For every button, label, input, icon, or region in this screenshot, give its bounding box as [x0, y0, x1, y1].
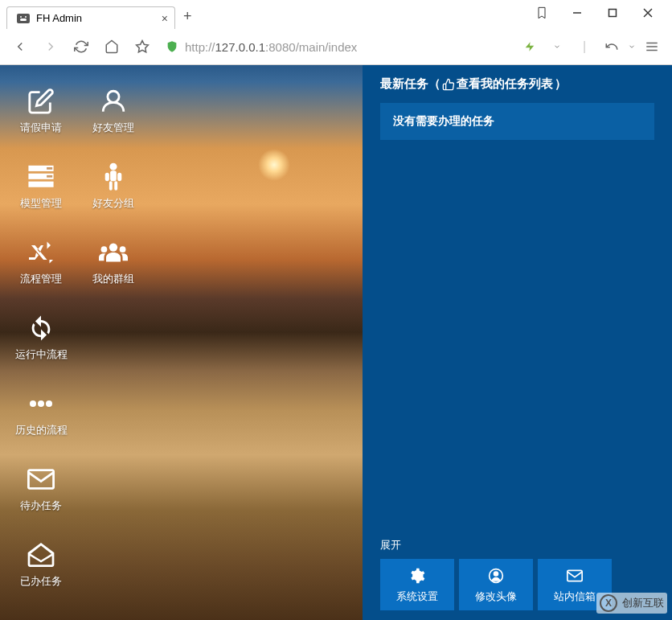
svg-marker-8: [526, 42, 535, 51]
grid-item-label: 好友分组: [92, 196, 134, 211]
dots-icon: [27, 389, 55, 418]
envelope-open-icon: [27, 540, 55, 569]
grid-item-done-tasks[interactable]: 已办任务: [5, 528, 77, 601]
grid-item-my-groups[interactable]: 我的群组: [77, 226, 150, 298]
task-list-link[interactable]: 查看我的任务列表: [457, 76, 553, 92]
home-button[interactable]: [100, 35, 124, 59]
window-minimize-button[interactable]: [564, 3, 590, 23]
svg-rect-16: [47, 167, 52, 170]
user-circle-icon: [487, 567, 505, 585]
grid-item-label: 历史的流程: [15, 423, 68, 437]
envelope-icon: [27, 465, 55, 494]
watermark: X 创新互联: [596, 593, 667, 614]
svg-rect-15: [28, 182, 53, 187]
grid-item-process-manage[interactable]: 流程管理: [5, 226, 77, 298]
svg-rect-23: [114, 181, 117, 191]
svg-point-25: [101, 246, 108, 253]
task-header: 最新任务（ 查看我的任务列表 ）: [380, 76, 654, 92]
grid-item-model-manage[interactable]: 模型管理: [5, 150, 77, 223]
svg-point-4: [20, 16, 22, 18]
window-maximize-button[interactable]: [600, 3, 625, 23]
grid-item-label: 待办任务: [20, 499, 62, 513]
icon-grid: 请假申请 好友管理 模型管理 好友分组: [0, 65, 363, 610]
tab-active[interactable]: FH Admin ×: [6, 6, 175, 29]
undo-dropdown-icon[interactable]: [627, 35, 637, 59]
svg-rect-21: [117, 173, 121, 181]
grid-item-leave-request[interactable]: 请假申请: [5, 75, 77, 147]
left-panel: 请假申请 好友管理 模型管理 好友分组: [0, 65, 363, 620]
menu-button[interactable]: [640, 35, 664, 59]
user-icon: [99, 87, 128, 116]
grid-item-label: 已办任务: [20, 574, 62, 589]
person-icon: [99, 162, 128, 191]
undo-button[interactable]: [600, 35, 624, 59]
tab-favicon-icon: [17, 14, 30, 23]
window-reading-mode-button[interactable]: [529, 3, 555, 23]
button-label: 系统设置: [396, 589, 438, 604]
svg-rect-22: [109, 181, 113, 191]
svg-point-12: [108, 91, 119, 102]
svg-point-28: [38, 400, 44, 407]
svg-rect-6: [20, 18, 27, 21]
grid-item-todo-tasks[interactable]: 待办任务: [5, 453, 77, 525]
refresh-icon: [27, 314, 55, 343]
content-area: 请假申请 好友管理 模型管理 好友分组: [0, 65, 672, 620]
thumbs-up-icon: [442, 78, 455, 91]
svg-rect-32: [568, 570, 582, 581]
svg-point-26: [120, 246, 126, 253]
new-tab-button[interactable]: +: [175, 4, 200, 29]
system-settings-button[interactable]: 系统设置: [380, 559, 454, 610]
right-panel: 最新任务（ 查看我的任务列表 ） 没有需要办理的任务 展开 系统设置 修改头像: [363, 65, 672, 620]
back-button[interactable]: [8, 35, 32, 59]
favorite-button[interactable]: [130, 35, 154, 59]
change-avatar-button[interactable]: 修改头像: [459, 559, 533, 610]
url-text: http://127.0.0.1:8080/main/index: [185, 40, 357, 54]
bolt-icon[interactable]: [518, 35, 542, 59]
grid-item-friends-manage[interactable]: 好友管理: [77, 75, 150, 147]
svg-point-18: [110, 163, 117, 170]
tab-title: FH Admin: [36, 12, 82, 24]
gear-icon: [408, 567, 426, 585]
edit-icon: [27, 87, 55, 116]
window-close-button[interactable]: [635, 3, 661, 23]
group-icon: [99, 238, 128, 267]
svg-point-24: [109, 243, 117, 251]
button-label: 站内信箱: [554, 589, 596, 604]
svg-rect-1: [609, 10, 617, 17]
shuffle-icon: [27, 238, 55, 267]
grid-item-label: 我的群组: [92, 272, 134, 286]
tab-close-icon[interactable]: ×: [162, 12, 168, 25]
watermark-text: 创新互联: [622, 596, 664, 610]
svg-rect-20: [105, 173, 109, 181]
grid-item-label: 模型管理: [20, 196, 62, 211]
grid-item-label: 请假申请: [20, 121, 62, 135]
svg-point-29: [46, 400, 52, 407]
expand-button[interactable]: 展开: [380, 538, 654, 559]
grid-item-running-process[interactable]: 运行中流程: [5, 302, 77, 374]
no-task-message: 没有需要办理的任务: [380, 103, 654, 140]
svg-rect-17: [47, 175, 52, 178]
divider: |: [572, 35, 596, 59]
svg-point-31: [494, 572, 498, 576]
forward-button[interactable]: [39, 35, 63, 59]
button-label: 修改头像: [475, 589, 517, 604]
refresh-button[interactable]: [69, 35, 93, 59]
svg-point-27: [30, 400, 36, 407]
shield-icon: [166, 40, 178, 53]
grid-item-label: 流程管理: [20, 272, 62, 286]
svg-rect-19: [110, 170, 117, 181]
grid-item-friend-group[interactable]: 好友分组: [77, 150, 150, 223]
svg-marker-7: [137, 41, 149, 52]
browser-chrome: FH Admin × + http://127.0.0.1:8080/main/…: [0, 0, 672, 65]
mailbox-icon: [566, 567, 584, 585]
grid-item-history-process[interactable]: 历史的流程: [5, 377, 77, 450]
server-icon: [27, 162, 55, 191]
grid-item-label: 运行中流程: [15, 347, 68, 362]
watermark-logo-icon: X: [600, 594, 617, 612]
url-bar[interactable]: http://127.0.0.1:8080/main/index: [161, 40, 511, 54]
address-bar: http://127.0.0.1:8080/main/index |: [0, 29, 672, 64]
grid-item-label: 好友管理: [92, 121, 134, 135]
svg-point-5: [25, 16, 27, 18]
bolt-dropdown-icon[interactable]: [545, 35, 569, 59]
